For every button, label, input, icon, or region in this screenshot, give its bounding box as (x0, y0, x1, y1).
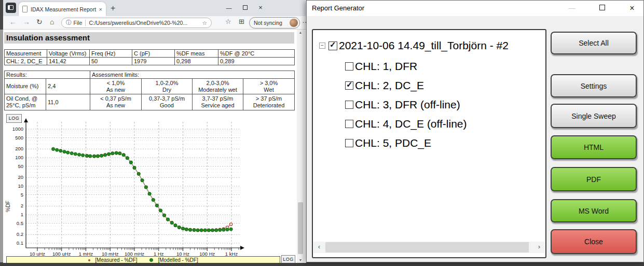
tree-item-checkbox[interactable] (345, 120, 353, 128)
chart-legend: [Measured - %DF] [Modelled - %DF] (6, 256, 280, 263)
limit-cell: 1,0-2,0%Dry (142, 79, 193, 94)
sync-status-button[interactable]: Not syncing (249, 17, 300, 29)
result-value: 2,4 (46, 79, 90, 94)
screenshot-root: IDAX Measurement Report × + — × ← → ↻ ⌂ … (0, 0, 644, 266)
modelled-point (174, 224, 177, 227)
measurement-tree[interactable]: − 2021-10-06 14.49_till_Torbjörn - #2 CH… (312, 29, 546, 258)
modelled-point (226, 228, 229, 231)
modelled-point (122, 153, 125, 157)
ms-word-export-button[interactable]: MS Word (551, 199, 637, 222)
cell-freq: 50 (90, 58, 132, 65)
table-row: Moisture (%) 2,4 < 1,0%As new 1,0-2,0%Dr… (5, 79, 295, 94)
scroll-right-icon[interactable]: › (533, 242, 545, 253)
tab-close-icon[interactable]: × (99, 6, 102, 12)
tree-horizontal-scrollbar[interactable]: ‹ › (313, 242, 545, 253)
browser-scrollbar[interactable]: ▲ ▼ (297, 30, 304, 263)
scroll-up-icon[interactable]: ▲ (297, 31, 304, 34)
modelled-legend-marker-icon (149, 258, 153, 262)
hscrollbar-thumb[interactable] (325, 242, 529, 253)
tab-actions-button[interactable] (6, 3, 16, 13)
modelled-point (159, 209, 162, 212)
modelled-point (144, 186, 147, 189)
collapse-icon[interactable]: − (319, 43, 325, 49)
modelled-point (63, 150, 66, 153)
browser-maximize-button[interactable] (240, 3, 250, 12)
scroll-left-icon[interactable]: ‹ (313, 242, 325, 253)
page-icon (22, 6, 28, 12)
tree-item-chl-4[interactable]: CHL: 4, DC_E (off-line) (345, 116, 546, 132)
tree-item-checkbox[interactable] (345, 81, 353, 90)
rg-close-button[interactable]: × (626, 3, 638, 13)
page-info-icon[interactable]: ⓘ (66, 19, 72, 26)
browser-tab-strip: IDAX Measurement Report × + — × (3, 0, 306, 16)
modelled-point (92, 155, 95, 158)
html-export-button[interactable]: HTML (551, 135, 637, 159)
modelled-point (89, 155, 92, 158)
tree-item-checkbox[interactable] (345, 62, 353, 71)
tree-item-label: CHL: 2, DC_E (355, 79, 424, 92)
modelled-point (74, 152, 77, 156)
table-row: Oil Cond, @ 25°C, pS/m 11,0 < 0,37 pS/mA… (5, 94, 295, 110)
new-tab-button[interactable]: + (111, 4, 115, 13)
modelled-point (115, 151, 118, 155)
back-icon[interactable]: ← (9, 18, 17, 26)
tree-root-label: 2021-10-06 14.49_till_Torbjörn - #2 (339, 39, 509, 52)
tree-root-checkbox[interactable] (328, 41, 337, 50)
measured-series-line (87, 153, 231, 230)
refresh-icon[interactable]: ↻ (36, 18, 43, 26)
tree-item-chl-5[interactable]: CHL: 5, PDC_E (345, 135, 546, 151)
modelled-point (78, 153, 81, 156)
browser-toolbar: ← → ↻ ⌂ ⓘ File C:/Users/pwerelius/OneDri… (3, 16, 306, 30)
modelled-point (103, 153, 106, 157)
tree-root-item[interactable]: − 2021-10-06 14.49_till_Torbjörn - #2 (319, 37, 546, 54)
y-tick-label: 0.5 (17, 220, 23, 226)
modelled-point (181, 227, 184, 230)
modelled-series-line (53, 149, 231, 230)
rg-maximize-button[interactable] (596, 3, 608, 13)
limit-cell: 3,7-37 pS/mService aged (193, 94, 243, 110)
results-label: Results: (5, 71, 90, 79)
modelled-point (137, 172, 140, 175)
modelled-point (51, 147, 54, 150)
report-generator-titlebar: Report Generator — × (307, 1, 643, 16)
taskbar-edge (0, 262, 644, 266)
modelled-point (70, 152, 73, 155)
y-tick-label: 20 (18, 174, 23, 180)
modelled-point (170, 221, 173, 225)
pdf-export-button[interactable]: PDF (551, 167, 637, 191)
limit-cell: < 1,0%As new (90, 79, 142, 94)
maximize-icon (243, 5, 248, 10)
y-tick-label: 0.1 (17, 240, 23, 246)
tree-item-chl-2[interactable]: CHL: 2, DC_E (345, 78, 546, 93)
add-favorite-star-icon[interactable]: ☆ (202, 20, 207, 26)
rg-minimize-button[interactable]: — (566, 3, 578, 13)
collections-icon[interactable]: ⊞ (239, 18, 244, 25)
tree-item-chl-1[interactable]: CHL: 1, DFR (345, 59, 546, 74)
measured-legend-marker-icon (88, 259, 90, 261)
tree-item-chl-3[interactable]: CHL: 3, DFR (off-line) (345, 97, 546, 113)
address-bar[interactable]: ⓘ File C:/Users/pwerelius/OneDrive%20-%2… (61, 18, 212, 28)
col-header: %DF meas (175, 50, 218, 58)
tree-item-checkbox[interactable] (345, 139, 353, 147)
settings-button[interactable]: Settings (551, 74, 637, 97)
col-header: C (pF) (132, 50, 175, 58)
scroll-down-icon[interactable]: ▼ (297, 258, 304, 262)
limit-cell: > 37 pS/mDeteriorated (243, 94, 295, 110)
browser-close-button[interactable]: × (255, 3, 266, 12)
tree-item-checkbox[interactable] (345, 101, 353, 109)
single-sweep-button[interactable]: Single Sweep (551, 104, 637, 128)
browser-minimize-button[interactable]: — (224, 3, 234, 12)
modelled-point (200, 229, 203, 232)
favorites-hub-icon[interactable]: ☆ (225, 18, 231, 25)
modelled-point (66, 151, 70, 154)
browser-tab[interactable]: IDAX Measurement Report × (19, 2, 106, 16)
forward-icon[interactable]: → (23, 18, 30, 26)
tree-item-label: CHL: 4, DC_E (off-line) (355, 118, 467, 130)
scrollbar-thumb[interactable] (298, 202, 303, 254)
col-header: %DF @ 20°C (218, 50, 295, 58)
select-all-button[interactable]: Select All (551, 32, 637, 54)
modelled-point (196, 229, 199, 232)
log-scale-button-x[interactable]: LOG (281, 255, 295, 263)
close-button[interactable]: Close (551, 229, 637, 254)
home-icon[interactable]: ⌂ (50, 18, 54, 26)
